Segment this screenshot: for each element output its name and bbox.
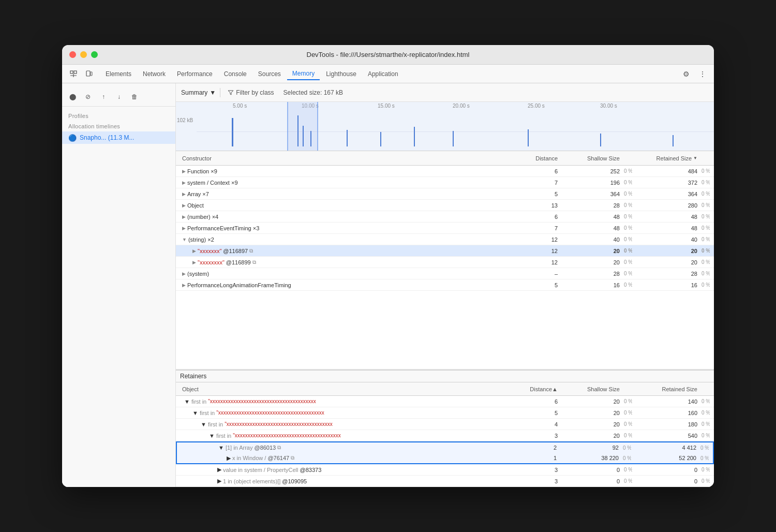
clear-button[interactable]: ⊘ [82, 91, 94, 103]
timeline-bar [673, 135, 674, 146]
shallow-cell: 20 [560, 259, 622, 265]
collect-garbage-button[interactable]: 🗑 [128, 91, 141, 103]
retainer-row-selected-2[interactable]: ▶ x in Window / @76147 ⧉ 1 38 220 0 % 52… [176, 453, 714, 464]
snapshot-label: Snapho... (11.3 M... [80, 134, 134, 141]
ret-retained-cell: 4 412 [631, 445, 698, 451]
selected-size: Selected size: 167 kB [283, 89, 343, 96]
content-area: ⬤ ⊘ ↑ ↓ 🗑 Profiles Allocation timelines … [62, 83, 714, 487]
retained-cell: 48 [632, 214, 699, 220]
settings-icon[interactable]: ⚙ [679, 67, 693, 81]
toolbar-divider [220, 88, 220, 97]
ret-distance-cell: 5 [508, 410, 560, 416]
timeline-area[interactable]: 102 kB 5.00 s 10.00 s 15.00 s 20.00 s 25… [176, 102, 714, 151]
retainer-row[interactable]: ▶ value in system / PropertyCell @83373 … [176, 464, 714, 476]
timeline-bar [380, 132, 381, 146]
sidebar-toolbar: ⬤ ⊘ ↑ ↓ 🗑 [62, 87, 175, 107]
col-retained[interactable]: Retained Size ▼ [632, 155, 699, 161]
ret-shallow-cell: 92 [559, 445, 621, 451]
retained-cell: 28 [632, 271, 699, 277]
tab-sources[interactable]: Sources [253, 68, 286, 80]
table-row[interactable]: ▶ Array ×7 5 364 0 % 364 0 % [176, 188, 714, 200]
constructor-cell: ▶ Function ×9 [180, 168, 508, 174]
window-title: DevTools - file:///Users/stmarthe/x-repl… [307, 51, 470, 58]
table-row[interactable]: ▶ system / Context ×9 7 196 0 % 372 0 % [176, 177, 714, 188]
time-label-15s: 15.00 s [378, 103, 395, 109]
ret-shallow-cell: 20 [560, 410, 622, 416]
svg-rect-0 [70, 71, 73, 73]
ret-retained-pct: 0 % [699, 433, 710, 438]
tab-network[interactable]: Network [138, 68, 171, 80]
filter-by-class-button[interactable]: Filter by class [225, 88, 277, 97]
tab-application[interactable]: Application [363, 68, 404, 80]
ret-retained-pct: 0 % [698, 445, 709, 451]
snapshot-item[interactable]: 🔵 Snapho... (11.3 M... [62, 131, 175, 144]
ret-distance-cell: 3 [508, 478, 560, 484]
table-row[interactable]: ▶ PerformanceEventTiming ×3 7 48 0 % 48 … [176, 223, 714, 234]
retained-pct-cell: 0 % [699, 168, 710, 174]
retainer-row[interactable]: ▶ 1 in (object elements)[] @109095 3 0 0… [176, 476, 714, 487]
close-button[interactable] [69, 51, 76, 58]
retained-cell: 484 [632, 168, 699, 174]
copy-icon[interactable]: ⧉ [291, 455, 294, 461]
ret-col-object: Object [180, 386, 508, 392]
retained-cell: 280 [632, 202, 699, 209]
copy-icon[interactable]: ⧉ [252, 259, 256, 265]
minimize-button[interactable] [80, 51, 87, 58]
tab-lighthouse[interactable]: Lighthouse [321, 68, 362, 80]
col-distance[interactable]: Distance [508, 155, 560, 161]
retainer-rows: ▼ first in "xxxxxxxxxxxxxxxxxxxxxxxxxxxx… [176, 396, 714, 487]
table-row[interactable]: ▶ (system) – 28 0 % 28 0 % [176, 268, 714, 279]
timeline-bar [297, 115, 299, 146]
table-row-highlighted[interactable]: ▶ "xxxxxxx" @116897 ⧉ 12 20 0 % 20 0 % [176, 245, 714, 257]
load-button[interactable]: ↑ [97, 91, 110, 103]
ret-distance-cell: 1 [507, 455, 559, 461]
constructor-cell: ▶ PerformanceLongAnimationFrameTiming [180, 282, 508, 288]
retainer-row[interactable]: ▼ first in "xxxxxxxxxxxxxxxxxxxxxxxxxxxx… [176, 430, 714, 441]
copy-icon[interactable]: ⧉ [277, 445, 281, 451]
ret-col-distance[interactable]: Distance▲ [508, 386, 560, 392]
summary-dropdown[interactable]: Summary ▼ [181, 89, 216, 96]
retainer-row[interactable]: ▼ first in "xxxxxxxxxxxxxxxxxxxxxxxxxxxx… [176, 407, 714, 419]
ret-object-cell: ▼ first in "xxxxxxxxxxxxxxxxxxxxxxxxxxxx… [180, 433, 508, 439]
retainer-row[interactable]: ▼ first in "xxxxxxxxxxxxxxxxxxxxxxxxxxxx… [176, 419, 714, 430]
tab-performance[interactable]: Performance [172, 68, 218, 80]
main-toolbar: Summary ▼ Filter by class Selected size:… [176, 83, 714, 102]
tab-memory[interactable]: Memory [287, 68, 320, 80]
shallow-cell: 364 [560, 191, 622, 197]
retainers-header: Retainers [176, 370, 714, 382]
shallow-pct-cell: 0 % [622, 202, 632, 208]
record-heap-button[interactable]: ⬤ [66, 91, 79, 103]
shallow-cell: 16 [560, 282, 622, 288]
device-icon[interactable] [82, 67, 96, 81]
table-row[interactable]: ▶ "xxxxxxxx" @116899 ⧉ 12 20 0 % 20 0 % [176, 257, 714, 268]
inspector-icon[interactable] [66, 67, 81, 81]
constructor-cell: ▶ (number) ×4 [180, 214, 508, 220]
retainer-table-header: Object Distance▲ Shallow Size Retained S… [176, 382, 714, 396]
tab-console[interactable]: Console [219, 68, 252, 80]
table-row[interactable]: ▶ Function ×9 6 252 0 % 484 0 % [176, 166, 714, 177]
shallow-pct-cell: 0 % [622, 271, 632, 276]
table-row[interactable]: ▶ Object 13 28 0 % 280 0 % [176, 200, 714, 211]
table-row[interactable]: ▶ (number) ×4 6 48 0 % 48 0 % [176, 211, 714, 223]
nav-icons [66, 67, 96, 81]
distance-cell: 7 [508, 180, 560, 186]
copy-icon[interactable]: ⧉ [249, 248, 253, 254]
tab-elements[interactable]: Elements [100, 68, 137, 80]
table-row[interactable]: ▼ (string) ×2 12 40 0 % 40 0 % [176, 234, 714, 245]
devtools-window: DevTools - file:///Users/stmarthe/x-repl… [62, 45, 714, 487]
ret-retained-cell: 52 200 [631, 455, 698, 461]
retained-pct-cell: 0 % [699, 271, 710, 276]
profiles-label: Profiles [62, 111, 175, 121]
maximize-button[interactable] [91, 51, 98, 58]
retainer-row-selected[interactable]: ▼ [1] in Array @86013 ⧉ 2 92 0 % 4 412 0… [176, 441, 714, 453]
more-icon[interactable]: ⋮ [695, 67, 710, 81]
timeline-y-label: 102 kB [177, 117, 193, 123]
ret-object-cell: ▼ first in "xxxxxxxxxxxxxxxxxxxxxxxxxxxx… [180, 421, 508, 427]
timeline-bar [310, 131, 311, 146]
table-row[interactable]: ▶ PerformanceLongAnimationFrameTiming 5 … [176, 279, 714, 291]
constructor-table-header: Constructor Distance Shallow Size Retain… [176, 151, 714, 166]
ret-object-cell: ▶ x in Window / @76147 ⧉ [181, 455, 507, 462]
retainer-row[interactable]: ▼ first in "xxxxxxxxxxxxxxxxxxxxxxxxxxxx… [176, 396, 714, 407]
shallow-pct-cell: 0 % [622, 214, 632, 219]
save-button[interactable]: ↓ [113, 91, 125, 103]
